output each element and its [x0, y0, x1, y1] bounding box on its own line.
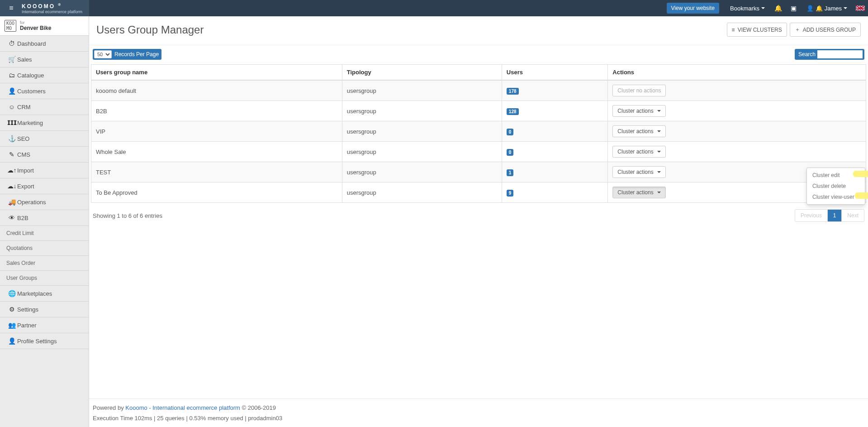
nav-label: Profile Settings: [17, 338, 57, 345]
nav-label: Import: [17, 167, 34, 174]
footer-link[interactable]: Kooomo - International ecommerce platfor…: [125, 404, 240, 411]
alert-bell-icon: 🔔: [816, 5, 823, 12]
user-icon: 👤: [6, 337, 17, 345]
sidebar-item[interactable]: 🚚Operations: [0, 194, 89, 210]
sidebar-item[interactable]: 👤Profile Settings: [0, 333, 89, 349]
cluster-actions-button[interactable]: Cluster actions: [612, 105, 665, 117]
cell-tipology: usersgroup: [342, 142, 502, 162]
users-badge: 9: [507, 190, 514, 197]
sidebar-item[interactable]: ✎CMS: [0, 147, 89, 163]
cluster-actions-button[interactable]: Cluster actions: [612, 125, 665, 137]
anchor-icon: ⚓: [6, 135, 17, 142]
cloud-up-icon: ☁↑: [6, 167, 17, 174]
store-icon[interactable]: ▣: [786, 0, 801, 16]
caret-icon: [657, 192, 661, 193]
users-badge: 128: [507, 108, 519, 115]
hamburger-icon[interactable]: ≡: [5, 4, 18, 12]
table-row: To Be Approvedusersgroup9Cluster actions: [91, 182, 866, 203]
nav-label: Catalogue: [17, 72, 44, 79]
cart-icon: 🛒: [6, 56, 17, 63]
cell-actions: Cluster actions: [608, 142, 866, 162]
eye-icon: 👁: [6, 214, 17, 221]
sidebar-subitem[interactable]: User Groups: [0, 271, 89, 286]
user-icon: 👤: [6, 87, 17, 95]
list-icon: ≡: [732, 27, 735, 33]
cell-group-name: TEST: [91, 162, 342, 182]
language-flag[interactable]: [853, 0, 868, 16]
records-select[interactable]: 50: [94, 50, 112, 58]
pagination: Previous 1 Next: [795, 209, 864, 222]
column-header[interactable]: Users: [502, 65, 608, 81]
cluster-actions-button[interactable]: Cluster actions: [612, 146, 665, 158]
edit-icon: ✎: [6, 151, 17, 158]
sidebar-item[interactable]: 👤Customers: [0, 83, 89, 99]
view-clusters-button[interactable]: ≡VIEW CLUSTERS: [727, 23, 787, 37]
brand-subtitle: International ecommerce platform: [22, 10, 82, 14]
nav-label: SEO: [17, 135, 29, 142]
nav-label: Partner: [17, 322, 37, 329]
sidebar-item[interactable]: ⏱Dashboard: [0, 36, 89, 52]
user-menu[interactable]: 👤 🔔 James: [801, 0, 853, 16]
sidebar-item[interactable]: ☺CRM: [0, 99, 89, 115]
store-name: Denver Bike: [20, 25, 51, 31]
cell-users: 0: [502, 142, 608, 162]
sidebar: KOOMO for Denver Bike ⏱Dashboard🛒Sales🗂C…: [0, 16, 89, 427]
sidebar-item[interactable]: 𝗜𝗜𝗜Marketing: [0, 115, 89, 131]
sidebar-item[interactable]: 👁B2B: [0, 210, 89, 226]
cell-users: 178: [502, 80, 608, 101]
search-input[interactable]: [817, 50, 863, 58]
search-box: Search: [795, 49, 864, 60]
sidebar-item[interactable]: 🌐Marketplaces: [0, 286, 89, 302]
page-title: Users Group Manager: [96, 24, 204, 36]
sidebar-item[interactable]: 👥Partner: [0, 317, 89, 333]
sidebar-subitem[interactable]: Credit Limit: [0, 226, 89, 241]
pager-page-1[interactable]: 1: [827, 210, 842, 221]
sidebar-item[interactable]: ☁↓Export: [0, 178, 89, 194]
dropdown-item[interactable]: Cluster edit: [807, 170, 865, 181]
dropdown-item[interactable]: Cluster delete: [807, 181, 865, 192]
cluster-actions-dropdown: Cluster editCluster deleteCluster view-u…: [806, 168, 865, 205]
pager-next[interactable]: Next: [841, 210, 864, 221]
table-toolbar: 50 Records Per Page Search: [91, 45, 866, 64]
store-selector[interactable]: KOOMO for Denver Bike: [0, 16, 89, 36]
column-header[interactable]: Tipology: [342, 65, 502, 81]
cell-actions: Cluster actions: [608, 121, 866, 142]
notification-bell-icon[interactable]: 🔔: [770, 0, 786, 16]
cluster-actions-button[interactable]: Cluster actions: [612, 166, 665, 178]
highlight-marker: [853, 171, 868, 177]
footer: Powered by Kooomo - International ecomme…: [89, 398, 868, 427]
sidebar-item[interactable]: ⚓SEO: [0, 131, 89, 147]
bookmarks-menu[interactable]: Bookmarks: [725, 0, 770, 16]
cell-group-name: To Be Approved: [91, 182, 342, 203]
sidebar-item[interactable]: ☁↑Import: [0, 163, 89, 178]
table-row: B2Busersgroup128Cluster actions: [91, 101, 866, 121]
cell-tipology: usersgroup: [342, 101, 502, 121]
cluster-actions-button[interactable]: Cluster actions: [612, 187, 665, 198]
column-header[interactable]: Actions: [608, 65, 866, 81]
sidebar-item[interactable]: 🗂Catalogue: [0, 67, 89, 83]
entries-info: Showing 1 to 6 of 6 entries: [93, 212, 162, 219]
uk-flag-icon: [856, 5, 865, 11]
view-website-button[interactable]: View your website: [667, 3, 720, 14]
dropdown-item[interactable]: Cluster view-user: [807, 192, 865, 202]
caret-icon: [657, 110, 661, 112]
cell-users: 9: [502, 182, 608, 203]
search-label: Search: [798, 51, 816, 58]
brand-title: KOOOMO ®: [22, 3, 82, 10]
table-row: VIPusersgroup0Cluster actions: [91, 121, 866, 142]
nav-label: Dashboard: [17, 40, 46, 47]
column-header[interactable]: Users group name: [91, 65, 342, 81]
cell-group-name: VIP: [91, 121, 342, 142]
pager-previous[interactable]: Previous: [795, 210, 827, 221]
sidebar-subitem[interactable]: Quotations: [0, 241, 89, 256]
cell-users: 1: [502, 162, 608, 182]
add-users-group-button[interactable]: ＋ADD USERS GROUP: [790, 23, 861, 37]
sidebar-item[interactable]: ⚙Settings: [0, 302, 89, 317]
cell-actions: Cluster actions: [608, 101, 866, 121]
nav-label: Credit Limit: [6, 230, 34, 236]
sidebar-subitem[interactable]: Sales Order: [0, 256, 89, 271]
sidebar-item[interactable]: 🛒Sales: [0, 52, 89, 67]
cell-tipology: usersgroup: [342, 162, 502, 182]
truck-icon: 🚚: [6, 198, 17, 206]
records-per-page: 50 Records Per Page: [93, 49, 161, 60]
